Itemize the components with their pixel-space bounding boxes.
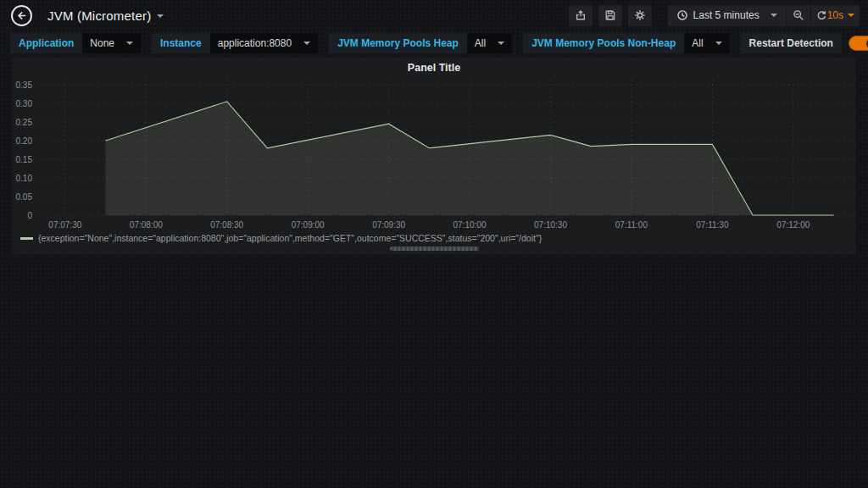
- navbar-actions: Last 5 minutes 10s: [569, 5, 868, 26]
- svg-text:07:12:00: 07:12:00: [776, 220, 810, 230]
- variable-label: Application: [10, 33, 82, 53]
- refresh-interval-label: 10s: [827, 9, 843, 21]
- variable-value-dropdown[interactable]: All: [467, 33, 512, 53]
- variable-label: JVM Memory Pools Heap: [329, 33, 467, 53]
- svg-text:0.20: 0.20: [16, 136, 33, 146]
- gear-icon: [634, 9, 646, 21]
- panel-editor: Query Prometheus Add Query Query Inspect…: [0, 261, 868, 488]
- svg-text:07:09:30: 07:09:30: [372, 220, 405, 230]
- svg-text:07:11:30: 07:11:30: [696, 220, 729, 230]
- dashboard-variables-bar: Application None Instance application:80…: [0, 32, 868, 54]
- svg-text:0.10: 0.10: [16, 174, 33, 183]
- variable-value: All: [475, 37, 486, 49]
- chevron-down-icon: [771, 14, 777, 20]
- chart-legend: {exception="None",instance="application:…: [20, 233, 542, 243]
- clock-icon: [676, 9, 688, 21]
- chevron-down-icon[interactable]: [157, 14, 164, 21]
- chevron-down-icon: [715, 42, 722, 48]
- arrow-left-icon: [15, 9, 28, 22]
- svg-text:0: 0: [27, 211, 32, 220]
- back-button[interactable]: [11, 5, 32, 26]
- svg-text:0.35: 0.35: [16, 80, 33, 90]
- svg-text:07:10:30: 07:10:30: [534, 220, 567, 230]
- svg-text:07:10:00: 07:10:00: [453, 220, 487, 230]
- svg-text:0.30: 0.30: [16, 99, 33, 108]
- variable-value-dropdown[interactable]: All: [684, 33, 729, 53]
- top-navbar: JVM (Micrometer) Last 5 minutes: [0, 0, 868, 30]
- zoom-out-button[interactable]: [787, 5, 810, 26]
- dashboard-title[interactable]: JVM (Micrometer): [47, 8, 151, 23]
- time-range-label: Last 5 minutes: [693, 9, 760, 21]
- chevron-down-icon: [303, 42, 310, 48]
- settings-button[interactable]: [628, 5, 652, 26]
- variable-restart-detection: Restart Detection: [741, 33, 868, 53]
- variable-label: Restart Detection: [741, 33, 842, 53]
- restart-detection-toggle[interactable]: [849, 36, 868, 51]
- refresh-interval-dropdown[interactable]: 10s: [827, 9, 854, 21]
- legend-series-marker: [20, 237, 33, 240]
- time-range-picker[interactable]: Last 5 minutes: [668, 5, 786, 26]
- variable-application: Application None: [10, 33, 141, 53]
- svg-text:07:08:30: 07:08:30: [210, 220, 243, 230]
- save-icon: [604, 9, 616, 21]
- variable-value-dropdown[interactable]: None: [82, 33, 141, 53]
- refresh-icon: [816, 10, 827, 21]
- variable-value-dropdown[interactable]: application:8080: [210, 33, 318, 53]
- share-button[interactable]: [569, 5, 593, 26]
- variable-value: None: [90, 37, 114, 49]
- legend-series-name[interactable]: {exception="None",instance="application:…: [38, 233, 542, 243]
- svg-text:07:09:00: 07:09:00: [292, 220, 325, 230]
- graph-panel: Panel Title 07:07:3007:08:0007:08:3007:0…: [12, 58, 856, 254]
- svg-text:0.25: 0.25: [16, 118, 33, 127]
- variable-instance: Instance application:8080: [152, 33, 318, 53]
- variable-jvm-memory-pools-non-heap: JVM Memory Pools Non-Heap All: [523, 33, 729, 53]
- save-button[interactable]: [598, 5, 622, 26]
- share-icon: [575, 9, 587, 21]
- svg-text:0.05: 0.05: [16, 192, 33, 202]
- chevron-down-icon: [498, 42, 504, 48]
- svg-text:07:11:00: 07:11:00: [615, 220, 648, 230]
- variable-label: JVM Memory Pools Non-Heap: [523, 33, 684, 53]
- variable-value: application:8080: [218, 37, 292, 49]
- time-controls: Last 5 minutes 10s: [668, 5, 860, 26]
- horizontal-scrollbar[interactable]: [390, 247, 479, 251]
- magnifier-icon: [793, 9, 804, 21]
- variable-jvm-memory-pools-heap: JVM Memory Pools Heap All: [329, 33, 512, 53]
- refresh-button[interactable]: 10s: [811, 5, 860, 26]
- variable-value: All: [692, 37, 703, 49]
- time-series-chart[interactable]: 07:07:3007:08:0007:08:3007:09:0007:09:30…: [12, 58, 856, 231]
- svg-text:07:07:30: 07:07:30: [48, 220, 81, 230]
- svg-text:0.15: 0.15: [16, 155, 33, 164]
- variable-label: Instance: [152, 33, 210, 53]
- chevron-down-icon: [126, 42, 133, 48]
- chevron-down-icon: [848, 14, 854, 20]
- svg-text:07:08:00: 07:08:00: [130, 220, 163, 230]
